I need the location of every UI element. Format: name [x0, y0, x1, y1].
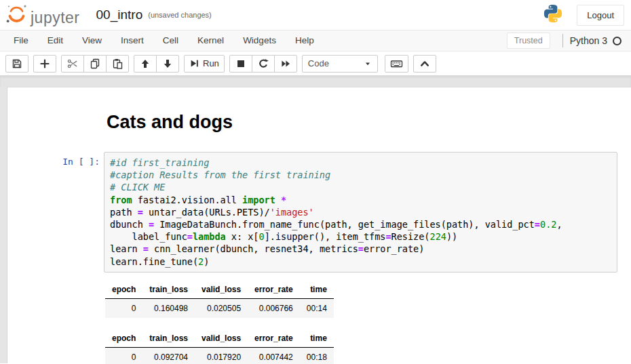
command-palette-button[interactable]: [385, 55, 408, 73]
markdown-heading: Cats and dogs: [104, 112, 617, 133]
run-cell-button[interactable]: Run: [184, 55, 225, 73]
markdown-cell-prompt: [7, 108, 104, 145]
cell-output-area: epochtrain_lossvalid_losserror_ratetime0…: [104, 281, 617, 364]
code-line: #caption Results from the first training: [110, 169, 611, 181]
table-cell: 00:18: [300, 347, 334, 364]
menubar: FileEditViewInsertCellKernelWidgetsHelp …: [0, 30, 631, 52]
checkpoint-status: (unsaved changes): [148, 11, 212, 19]
menu-item-widgets[interactable]: Widgets: [233, 31, 286, 51]
restart-kernel-button[interactable]: [252, 55, 275, 73]
column-header: time: [300, 329, 334, 348]
interrupt-kernel-icon: [235, 58, 246, 69]
save-button[interactable]: [5, 55, 28, 73]
table-cell: 0: [105, 347, 142, 364]
command-palette-icon: [390, 58, 403, 69]
code-cell[interactable]: In [ ]: #id first_training#caption Resul…: [7, 152, 631, 364]
save-icon: [12, 58, 22, 69]
cut-cell-icon: [67, 58, 78, 69]
column-header: train_loss: [142, 281, 195, 299]
toolbar-shadow-band: [0, 75, 631, 87]
run-button-label: Run: [203, 58, 219, 68]
jupyter-logo-text: jupyter: [31, 10, 80, 28]
cell-type-dropdown[interactable]: Code: [302, 55, 378, 73]
menu-item-insert[interactable]: Insert: [111, 31, 153, 51]
menu-items: FileEditViewInsertCellKernelWidgetsHelp: [4, 31, 324, 51]
code-line: learn = cnn_learner(dbunch, resnet34, me…: [110, 243, 611, 255]
kernel-name: Python 3: [570, 35, 607, 46]
cut-cell-button[interactable]: [61, 55, 84, 73]
notebook-container: Cats and dogs In [ ]: #id first_training…: [7, 87, 631, 363]
table-cell: 0: [105, 298, 142, 318]
column-header: valid_loss: [195, 281, 248, 299]
menu-item-cell[interactable]: Cell: [153, 31, 188, 51]
code-line: learn.fine_tune(2): [110, 256, 611, 268]
menu-item-file[interactable]: File: [4, 31, 38, 51]
restart-run-all-button[interactable]: [274, 55, 297, 73]
code-editor[interactable]: #id first_training#caption Results from …: [104, 152, 617, 272]
paste-cell-icon: [112, 58, 123, 69]
jupyter-logo[interactable]: jupyter: [5, 3, 80, 28]
code-line: from fastai2.vision.all import *: [110, 194, 611, 206]
python-logo-icon: [543, 3, 563, 26]
trusted-badge[interactable]: Trusted: [507, 33, 550, 49]
column-header: train_loss: [142, 329, 195, 348]
logout-button[interactable]: Logout: [577, 5, 624, 26]
notebook-header: jupyter 00_intro (unsaved changes) Logou…: [0, 0, 631, 30]
table-cell: 0.007442: [248, 347, 300, 364]
interrupt-kernel-button[interactable]: [229, 55, 252, 73]
column-header: valid_loss: [195, 329, 248, 348]
table-cell: 0.160498: [142, 298, 195, 318]
menu-item-edit[interactable]: Edit: [38, 31, 73, 51]
move-cell-up-button[interactable]: [134, 55, 157, 73]
restart-kernel-icon: [258, 58, 269, 69]
markdown-cell[interactable]: Cats and dogs: [7, 108, 631, 145]
column-header: error_rate: [248, 329, 300, 348]
paste-cell-button[interactable]: [106, 55, 129, 73]
add-cell-icon: [39, 58, 50, 69]
table-row: 00.1604980.0205050.00676600:14: [105, 298, 334, 318]
restart-run-all-icon: [280, 58, 291, 69]
table-cell: 0.006766: [248, 298, 300, 318]
table-cell: 0.020505: [195, 298, 248, 318]
column-header: epoch: [105, 281, 142, 299]
menu-item-help[interactable]: Help: [286, 31, 324, 51]
code-cell-prompt: In [ ]:: [7, 152, 104, 364]
menu-item-view[interactable]: View: [73, 31, 111, 51]
training-results-table-2: epochtrain_lossvalid_losserror_ratetime0…: [105, 329, 334, 364]
cell-type-value: Code: [308, 58, 329, 68]
move-cell-down-icon: [162, 58, 173, 69]
code-line: path = untar_data(URLs.PETS)/'images': [110, 206, 611, 218]
code-line: label_func=lambda x: x[0].isupper(), ite…: [110, 230, 611, 243]
notebook-area: Cats and dogs In [ ]: #id first_training…: [0, 87, 631, 363]
kernel-divider: [562, 34, 563, 47]
move-cell-down-button[interactable]: [156, 55, 179, 73]
collapse-toolbar-button[interactable]: [413, 55, 436, 73]
menu-item-kernel[interactable]: Kernel: [188, 31, 233, 51]
column-header: time: [300, 281, 334, 299]
celltype-caret-icon: [364, 60, 372, 68]
training-results-table-1: epochtrain_lossvalid_losserror_ratetime0…: [105, 281, 334, 318]
jupyter-logo-icon: [5, 3, 28, 28]
add-cell-button[interactable]: [33, 55, 56, 73]
code-line: dbunch = ImageDataBunch.from_name_func(p…: [110, 218, 611, 230]
collapse-toolbar-icon: [419, 58, 430, 69]
code-line: # CLICK ME: [110, 181, 611, 193]
copy-cell-icon: [90, 58, 100, 69]
kernel-idle-icon: [613, 37, 622, 45]
table-row: 00.0927040.0179200.00744200:18: [105, 347, 334, 364]
table-cell: 0.092704: [142, 347, 195, 364]
copy-cell-button[interactable]: [83, 55, 107, 73]
notebook-title[interactable]: 00_intro: [96, 7, 143, 22]
run-icon: [189, 58, 199, 68]
code-line: #id first_training: [110, 157, 611, 169]
column-header: error_rate: [248, 281, 300, 299]
table-cell: 0.017920: [195, 347, 248, 364]
column-header: epoch: [105, 329, 142, 348]
table-cell: 00:14: [300, 298, 334, 318]
move-cell-up-icon: [140, 58, 151, 69]
toolbar: Run Code: [0, 52, 631, 75]
